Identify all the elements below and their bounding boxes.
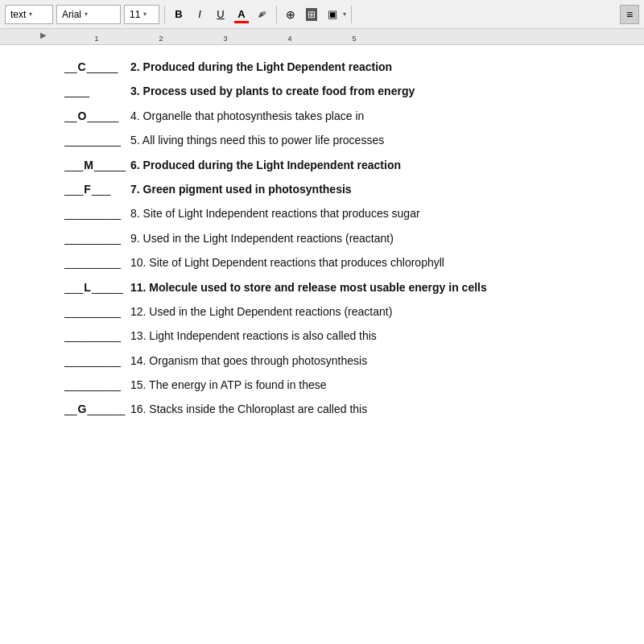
question-item: ____ 3. Process used by plants to create… (64, 82, 580, 100)
question-number: 9. (130, 232, 140, 245)
question-number: 4. (130, 109, 140, 122)
filled-letter: M (83, 156, 94, 174)
blank-area: ____ (64, 82, 129, 100)
size-dropdown[interactable]: 11 ▾ (124, 5, 159, 24)
image-icon: ▣ (328, 8, 337, 20)
blank-area: __G______ (64, 400, 129, 418)
question-text: 14. Organism that goes through photosynt… (130, 352, 580, 369)
question-text: 11. Molecule used to store and release m… (130, 279, 580, 296)
question-number: 8. (130, 207, 140, 220)
blank-area: _________ (64, 352, 129, 369)
question-number: 5. (130, 134, 140, 147)
ruler-marks: 1 2 3 4 5 (0, 35, 644, 43)
filled-letter: G (77, 400, 88, 418)
question-item: _________ 8. Site of Light Independent r… (64, 204, 580, 222)
document-area: __C_____ 2. Produced during the Light De… (0, 45, 644, 643)
question-text: 10. Site of Light Dependent reactions th… (130, 254, 580, 271)
menu-button[interactable]: ≡ (620, 5, 639, 24)
question-number: 13. (130, 329, 146, 342)
question-text: 5. All living things need this to power … (130, 131, 580, 149)
font-chevron: ▾ (85, 10, 88, 18)
style-label: text (10, 9, 26, 20)
blank-area: _________ (64, 376, 129, 394)
question-text: 7. Green pigment used in photosynthesis (130, 180, 580, 198)
divider-1 (164, 6, 165, 23)
question-number: 2. (130, 60, 140, 73)
link-icon: ⊕ (286, 8, 295, 21)
question-item: _________ 10. Site of Light Dependent re… (64, 254, 580, 271)
blank-area: _________ (64, 327, 129, 345)
question-item: ___L_____ 11. Molecule used to store and… (64, 279, 580, 296)
filled-letter: L (83, 279, 92, 296)
blank-area: _________ (64, 303, 129, 320)
question-item: _________ 15. The energy in ATP is found… (64, 376, 580, 394)
question-item: _________ 12. Used in the Light Dependen… (64, 303, 580, 320)
question-item: _________ 9. Used in the Light Independe… (64, 229, 580, 247)
question-number: 12. (130, 305, 146, 318)
question-number: 16. (130, 402, 146, 415)
font-dropdown[interactable]: Arial ▾ (56, 5, 121, 24)
highlight-button[interactable] (254, 5, 271, 24)
table-button[interactable]: ⊞ (303, 5, 320, 24)
question-text: 2. Produced during the Light Dependent r… (130, 58, 580, 76)
ruler-mark-2: 2 (129, 35, 193, 43)
link-button[interactable]: ⊕ (282, 5, 299, 24)
ruler-mark-1: 1 (64, 35, 129, 43)
question-item: _________ 5. All living things need this… (64, 131, 580, 149)
blank-area: ___L_____ (64, 279, 129, 296)
question-number: 3. (130, 85, 140, 97)
blank-area: _________ (64, 204, 129, 222)
table-icon: ⊞ (306, 8, 317, 21)
question-item: ___M_____ 6. Produced during the Light I… (64, 156, 580, 174)
question-number: 11. (130, 281, 146, 294)
divider-2 (276, 6, 277, 23)
blank-area: ___F___ (64, 180, 129, 198)
question-item: ___F___ 7. Green pigment used in photosy… (64, 180, 580, 198)
image-button[interactable]: ▣ (324, 5, 341, 24)
ruler: ▶ 1 2 3 4 5 (0, 29, 644, 45)
toolbar: text ▾ Arial ▾ 11 ▾ B I U A ⊕ ⊞ ▣ ▾ ≡ (0, 0, 644, 29)
question-text: 8. Site of Light Independent reactions t… (130, 204, 580, 222)
question-text: 3. Process used by plants to create food… (130, 82, 580, 100)
question-item: __O_____ 4. Organelle that photosynthesi… (64, 107, 580, 125)
font-label: Arial (62, 9, 81, 20)
ruler-arrow: ▶ (40, 31, 47, 39)
question-number: 6. (130, 159, 140, 171)
ruler-mark-5: 5 (322, 35, 386, 43)
question-text: 16. Stacks inside the Chloroplast are ca… (130, 400, 580, 418)
style-dropdown[interactable]: text ▾ (5, 5, 53, 24)
question-text: 9. Used in the Light Independent reactio… (130, 229, 580, 247)
question-number: 7. (130, 183, 140, 196)
blank-area: _________ (64, 229, 129, 247)
question-number: 15. (130, 378, 146, 391)
style-chevron: ▾ (29, 10, 32, 18)
underline-button[interactable]: U (212, 5, 229, 24)
question-item: __C_____ 2. Produced during the Light De… (64, 58, 580, 76)
blank-area: __C_____ (64, 58, 129, 76)
question-number: 14. (130, 354, 146, 367)
image-chevron: ▾ (343, 10, 346, 18)
question-number: 10. (130, 256, 146, 269)
filled-letter: C (77, 58, 87, 76)
blank-area: ___M_____ (64, 156, 129, 174)
question-text: 13. Light Independent reactions is also … (130, 327, 580, 345)
italic-button[interactable]: I (191, 5, 208, 24)
size-chevron: ▾ (143, 10, 147, 18)
filled-letter: F (83, 180, 92, 198)
question-item: __G______ 16. Stacks inside the Chloropl… (64, 400, 580, 418)
divider-3 (351, 6, 352, 23)
question-item: _________ 14. Organism that goes through… (64, 352, 580, 369)
question-text: 15. The energy in ATP is found in these (130, 376, 580, 394)
blank-area: _________ (64, 254, 129, 271)
size-label: 11 (130, 9, 140, 20)
ruler-mark-4: 4 (258, 35, 322, 43)
question-text: 12. Used in the Light Dependent reaction… (130, 303, 580, 320)
menu-icon: ≡ (626, 8, 633, 21)
bold-button[interactable]: B (170, 5, 188, 24)
font-color-button[interactable]: A (233, 5, 250, 24)
blank-area: __O_____ (64, 107, 129, 125)
blank-area: _________ (64, 131, 129, 149)
filled-letter: O (77, 107, 88, 125)
ruler-mark-3: 3 (193, 35, 258, 43)
question-item: _________ 13. Light Independent reaction… (64, 327, 580, 345)
